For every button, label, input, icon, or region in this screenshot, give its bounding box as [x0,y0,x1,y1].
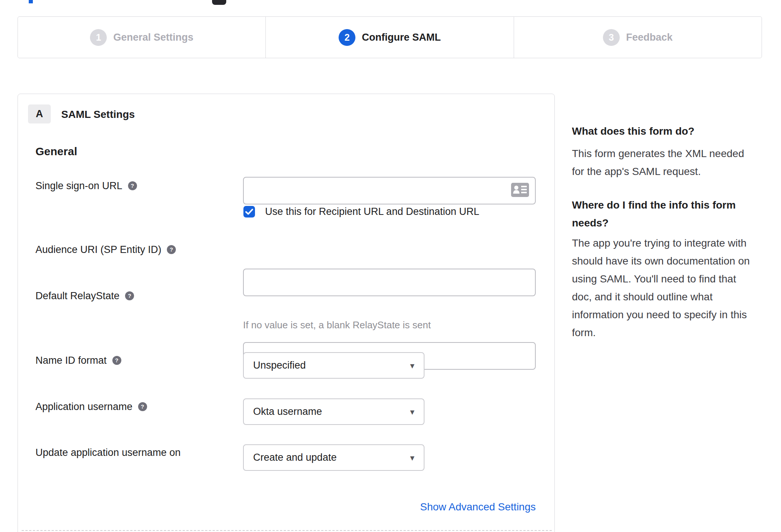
sidebar-body-where: The app you're trying to integrate with … [572,234,781,342]
help-icon[interactable]: ? [138,402,147,411]
help-icon[interactable]: ? [167,245,176,254]
audience-uri-label-row: Audience URI (SP Entity ID) ? [35,244,176,256]
general-group-title: General [35,145,77,158]
application-username-label-row: Application username ? [35,401,147,413]
update-app-username-value: Create and update [253,452,337,463]
sso-use-for-label: Use this for Recipient URL and Destinati… [265,206,479,218]
name-id-format-value: Unspecified [253,360,306,371]
update-app-username-select[interactable]: Create and update ▾ [243,444,424,471]
default-relaystate-label-row: Default RelayState ? [35,290,134,302]
wizard-stepper: 1 General Settings 2 Configure SAML 3 Fe… [18,16,762,58]
help-icon[interactable]: ? [112,356,121,365]
application-username-value: Okta username [253,406,322,417]
step-feedback[interactable]: 3 Feedback [514,17,762,58]
chevron-down-icon: ▾ [410,362,414,370]
step-general-settings[interactable]: 1 General Settings [18,17,265,58]
sidebar-heading-where: Where do I find the info this form needs… [572,196,781,232]
sso-use-for-row: Use this for Recipient URL and Destinati… [243,206,479,218]
update-app-username-label: Update application username on [35,447,181,459]
audience-uri-label: Audience URI (SP Entity ID) [35,244,161,256]
section-a-badge: A [28,104,51,123]
step-label: General Settings [113,32,193,43]
sso-url-input[interactable] [244,178,535,204]
step-label: Feedback [626,32,673,43]
panel-dashed-divider [22,530,552,531]
audience-uri-input[interactable] [244,269,535,295]
step-label: Configure SAML [362,32,441,43]
sso-url-label: Single sign-on URL [35,180,122,192]
application-username-select[interactable]: Okta username ▾ [243,398,424,425]
sidebar-body-what: This form generates the XML needed for t… [572,145,774,181]
help-icon[interactable]: ? [128,181,137,190]
chevron-down-icon: ▾ [410,408,414,416]
chevron-down-icon: ▾ [410,454,414,462]
step-number-badge: 3 [603,29,620,46]
name-id-format-select[interactable]: Unspecified ▾ [243,352,424,379]
audience-uri-field [243,269,536,296]
show-advanced-settings-link[interactable]: Show Advanced Settings [243,501,536,513]
help-icon[interactable]: ? [125,291,134,300]
sidebar-heading-what: What does this form do? [572,122,781,140]
update-app-username-label-row: Update application username on [35,447,181,459]
name-id-format-label: Name ID format [35,354,107,366]
cutoff-header-dark-fragment [212,0,226,5]
sso-use-for-checkbox[interactable] [243,206,255,218]
step-configure-saml[interactable]: 2 Configure SAML [265,17,513,58]
step-number-badge: 2 [339,29,355,46]
cutoff-header-blue-fragment [29,0,33,3]
relaystate-helper-text: If no value is set, a blank RelayState i… [243,319,431,331]
application-username-label: Application username [35,401,133,413]
step-number-badge: 1 [90,29,107,46]
checkmark-icon [245,209,253,215]
sso-url-field [243,177,536,204]
sso-url-label-row: Single sign-on URL ? [35,180,137,192]
panel-title: SAML Settings [61,109,135,121]
default-relaystate-label: Default RelayState [35,290,119,302]
name-id-format-label-row: Name ID format ? [35,354,121,366]
contact-card-icon [511,183,529,198]
